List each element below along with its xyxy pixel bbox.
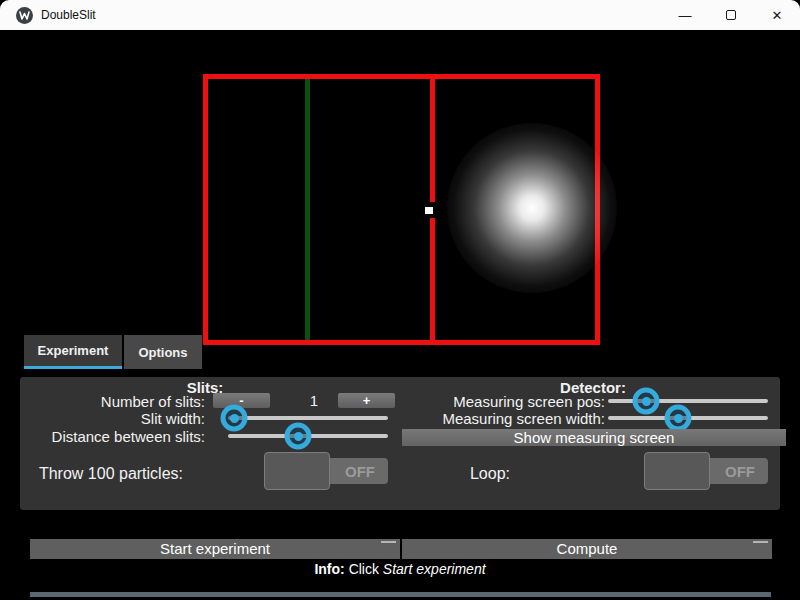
- window-title: DoubleSlit: [41, 8, 96, 22]
- slider-thumb[interactable]: [285, 423, 312, 450]
- slit-barrier-top: [430, 79, 435, 202]
- throw-particles-toggle[interactable]: OFF: [264, 452, 390, 490]
- maximize-button[interactable]: [708, 0, 754, 30]
- minimize-button[interactable]: —: [662, 0, 708, 30]
- title-bar: DoubleSlit — ✕: [0, 0, 800, 30]
- measuring-screen-width-label: Measuring screen width:: [380, 411, 605, 427]
- source-screen-line: [305, 79, 310, 340]
- toggle-state-label: OFF: [330, 452, 390, 490]
- particle-cloud: [447, 123, 617, 293]
- measuring-screen-pos-slider[interactable]: [608, 393, 768, 409]
- toggle-state-label: OFF: [710, 452, 770, 490]
- throw-particles-label: Throw 100 particles:: [20, 466, 183, 482]
- compute-label: Compute: [557, 540, 618, 557]
- loop-toggle[interactable]: OFF: [644, 452, 770, 490]
- info-prefix: Info:: [314, 561, 344, 577]
- tab-options[interactable]: Options: [124, 335, 202, 369]
- controls-panel: Slits: Detector: Number of slits: - 1 + …: [20, 377, 780, 510]
- window-controls: — ✕: [662, 0, 800, 30]
- app-icon: [16, 7, 33, 24]
- toggle-knob[interactable]: [264, 452, 330, 490]
- simulation-canvas: [0, 30, 800, 330]
- button-notch: [753, 541, 768, 543]
- compute-button[interactable]: Compute: [402, 539, 772, 559]
- slider-track[interactable]: [228, 416, 388, 420]
- number-of-slits-label: Number of slits:: [20, 394, 205, 410]
- slit-width-label: Slit width:: [20, 411, 205, 427]
- start-experiment-button[interactable]: Start experiment: [30, 539, 400, 559]
- measuring-screen-pos-label: Measuring screen pos:: [380, 394, 605, 410]
- tab-experiment[interactable]: Experiment: [24, 335, 122, 369]
- info-action: Start experiment: [383, 561, 486, 577]
- button-notch: [381, 541, 396, 543]
- progress-bar: [30, 592, 771, 597]
- app-window: DoubleSlit — ✕ Experiment Options Slits:…: [0, 0, 800, 600]
- slit-width-slider[interactable]: [228, 410, 388, 426]
- loop-label: Loop:: [400, 466, 510, 482]
- slit-distance-label: Distance between slits:: [20, 429, 205, 445]
- maximize-icon: [726, 10, 736, 20]
- close-button[interactable]: ✕: [754, 0, 800, 30]
- toggle-knob[interactable]: [644, 452, 710, 490]
- slit-gap-marker: [425, 207, 433, 214]
- show-measuring-screen-button[interactable]: Show measuring screen: [402, 429, 786, 446]
- slit-distance-slider[interactable]: [228, 428, 388, 444]
- slit-barrier-bottom: [430, 218, 435, 340]
- measuring-screen-width-slider[interactable]: [608, 410, 768, 426]
- start-experiment-label: Start experiment: [160, 540, 270, 557]
- info-text: Info: Click Start experiment: [0, 561, 800, 578]
- info-middle: Click: [349, 561, 379, 577]
- slider-thumb[interactable]: [665, 405, 692, 432]
